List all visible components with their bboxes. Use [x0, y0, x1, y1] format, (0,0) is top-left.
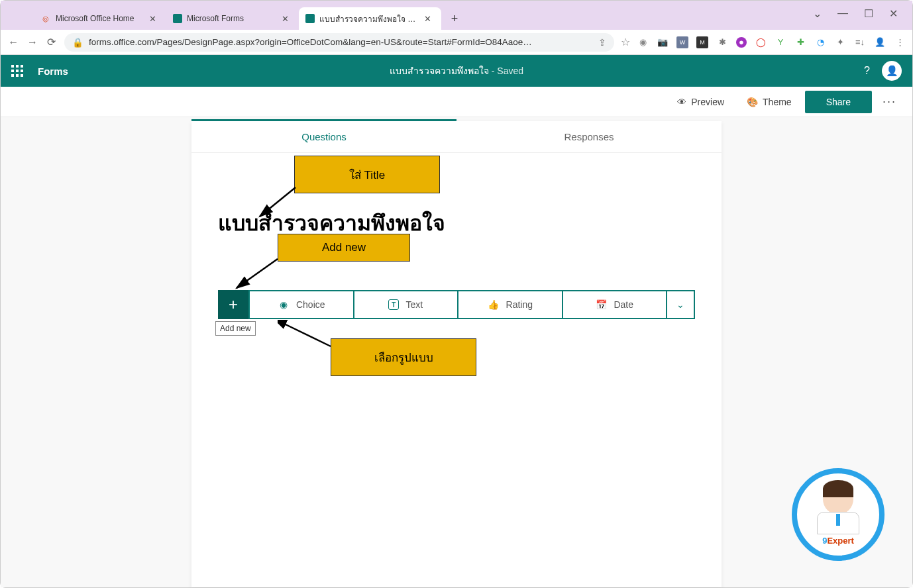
rating-icon: 👍: [488, 299, 500, 311]
ext-icon[interactable]: M: [696, 36, 708, 48]
profile-avatar-icon[interactable]: 👤: [874, 36, 886, 48]
ext-icon[interactable]: Y: [775, 36, 786, 48]
actions-toolbar: 👁 Preview 🎨 Theme Share ···: [1, 87, 912, 117]
preview-button[interactable]: 👁 Preview: [668, 92, 733, 112]
ext-icon[interactable]: 📷: [657, 36, 669, 48]
tab-title: Microsoft Office Home: [56, 14, 143, 23]
close-tab-icon[interactable]: ✕: [280, 14, 290, 23]
theme-button[interactable]: 🎨 Theme: [737, 92, 801, 112]
ext-icon[interactable]: ✱: [716, 36, 728, 48]
app-launcher-icon[interactable]: [11, 65, 23, 77]
avatar-body-icon: [817, 512, 859, 534]
forms-app-header: Forms แบบสำรวจความพึงพอใจ - Saved ? 👤: [1, 55, 912, 87]
arrow-annotation: [278, 320, 337, 350]
url-input[interactable]: 🔒 forms.office.com/Pages/DesignPage.aspx…: [64, 33, 614, 52]
close-window-icon[interactable]: ✕: [889, 7, 898, 20]
tab-title: แบบสำรวจความพึงพอใจ (Edit) Micro…: [319, 13, 418, 25]
add-question-button[interactable]: +: [218, 290, 248, 319]
callout-choose-format: เลือกรูปแบบ: [331, 338, 476, 376]
doc-title-text: แบบสำรวจความพึงพอใจ: [390, 66, 489, 76]
question-type-more[interactable]: ⌄: [666, 290, 695, 319]
question-type-text[interactable]: T Text: [353, 290, 458, 319]
avatar-face-icon: [823, 484, 853, 514]
maximize-icon[interactable]: ☐: [864, 7, 873, 20]
palette-icon: 🎨: [747, 97, 758, 107]
date-icon: 📅: [595, 299, 607, 311]
forms-brand[interactable]: Forms: [38, 66, 68, 77]
browser-tab-current[interactable]: แบบสำรวจความพึงพอใจ (Edit) Micro… ✕: [299, 7, 441, 30]
minimize-icon[interactable]: —: [837, 7, 848, 19]
tab-title: Microsoft Forms: [187, 14, 276, 23]
window-controls: ⌄ — ☐ ✕: [798, 1, 912, 26]
browser-address-bar: ← → ⟳ 🔒 forms.office.com/Pages/DesignPag…: [1, 30, 912, 55]
ext-icon[interactable]: ◉: [637, 36, 649, 48]
forms-favicon-icon: [173, 14, 182, 23]
browser-tab-office-home[interactable]: ◎ Microsoft Office Home ✕: [34, 7, 166, 30]
document-title[interactable]: แบบสำรวจความพึงพอใจ - Saved: [390, 64, 523, 78]
browser-tab-forms[interactable]: Microsoft Forms ✕: [166, 7, 299, 30]
close-tab-icon[interactable]: ✕: [423, 14, 432, 23]
form-card: Questions Responses ใส่ Title แบบสำรวจคว…: [191, 121, 722, 587]
tab-questions[interactable]: Questions: [191, 121, 456, 152]
lock-icon: 🔒: [72, 37, 83, 48]
ext-icon[interactable]: ◔: [814, 36, 826, 48]
eye-icon: 👁: [677, 97, 686, 107]
reading-list-icon[interactable]: ≡↓: [854, 36, 866, 48]
editor-canvas: Questions Responses ใส่ Title แบบสำรวจคว…: [1, 117, 912, 587]
back-icon[interactable]: ←: [7, 35, 20, 50]
caret-down-icon[interactable]: ⌄: [813, 7, 822, 20]
callout-title: ใส่ Title: [294, 156, 440, 193]
ext-icon[interactable]: ●: [736, 37, 747, 48]
chevron-down-icon: ⌄: [674, 299, 686, 311]
preview-label: Preview: [691, 97, 724, 107]
forms-favicon-icon: [305, 14, 315, 23]
arrow-annotation: [231, 256, 284, 293]
bookmark-star-icon[interactable]: ☆: [621, 36, 630, 48]
user-avatar[interactable]: 👤: [882, 61, 902, 81]
ext-icon[interactable]: ✚: [794, 36, 806, 48]
forward-icon[interactable]: →: [27, 35, 39, 50]
ext-icon[interactable]: ◯: [755, 36, 767, 48]
form-tabs: Questions Responses: [191, 121, 722, 153]
choice-icon: ◉: [278, 299, 290, 311]
tooltip-add-new: Add new: [215, 321, 256, 336]
rating-label: Rating: [506, 299, 533, 310]
brand-text: 9Expert: [822, 536, 854, 546]
svg-line-1: [237, 259, 278, 288]
theme-label: Theme: [763, 97, 792, 107]
saved-status: - Saved: [489, 66, 523, 76]
text-icon: T: [388, 299, 399, 310]
extension-icons: ◉ 📷 W M ✱ ● ◯ Y ✚ ◔ ✦ ≡↓ 👤 ⋮: [637, 36, 906, 48]
ext-icon[interactable]: W: [676, 36, 688, 48]
office-favicon-icon: ◎: [40, 13, 51, 24]
callout-add-new: Add new: [278, 234, 410, 262]
reload-icon[interactable]: ⟳: [45, 35, 58, 50]
share-url-icon[interactable]: ⇪: [598, 37, 606, 48]
url-text: forms.office.com/Pages/DesignPage.aspx?o…: [89, 37, 532, 47]
svg-line-2: [284, 324, 331, 346]
browser-tab-strip: ◎ Microsoft Office Home ✕ Microsoft Form…: [1, 1, 912, 30]
new-tab-button[interactable]: +: [445, 9, 464, 28]
add-question-row: + ◉ Choice T Text 👍 Rating 📅: [218, 290, 695, 319]
text-label: Text: [405, 299, 423, 310]
date-label: Date: [614, 299, 633, 310]
brand-watermark: 9Expert: [792, 468, 885, 561]
close-tab-icon[interactable]: ✕: [148, 14, 157, 23]
chrome-menu-icon[interactable]: ⋮: [894, 36, 906, 48]
more-actions-button[interactable]: ···: [876, 95, 903, 109]
question-type-date[interactable]: 📅 Date: [562, 290, 667, 319]
choice-label: Choice: [296, 299, 325, 310]
share-button[interactable]: Share: [805, 91, 872, 113]
tab-responses[interactable]: Responses: [456, 121, 722, 152]
help-icon[interactable]: ?: [864, 65, 870, 77]
question-type-rating[interactable]: 👍 Rating: [457, 290, 562, 319]
extensions-puzzle-icon[interactable]: ✦: [834, 36, 846, 48]
question-type-choice[interactable]: ◉ Choice: [248, 290, 353, 319]
